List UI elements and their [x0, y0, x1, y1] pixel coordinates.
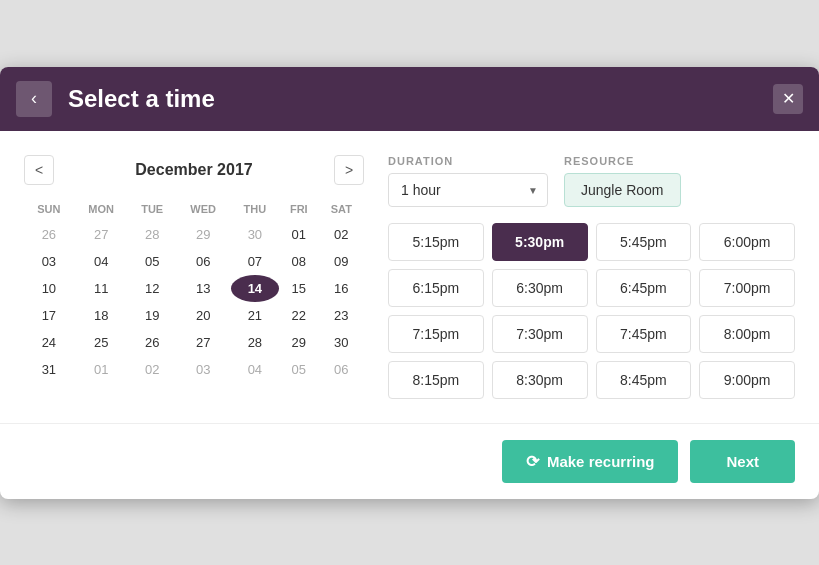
time-slot[interactable]: 6:30pm — [492, 269, 588, 307]
time-slot[interactable]: 5:45pm — [596, 223, 692, 261]
calendar-day-header: FRI — [279, 197, 319, 221]
calendar-day[interactable]: 05 — [279, 356, 319, 383]
calendar-day[interactable]: 12 — [129, 275, 176, 302]
time-slot[interactable]: 7:15pm — [388, 315, 484, 353]
calendar-day[interactable]: 22 — [279, 302, 319, 329]
resource-badge: Jungle Room — [564, 173, 681, 207]
time-slot[interactable]: 6:00pm — [699, 223, 795, 261]
duration-label: DURATION — [388, 155, 548, 167]
calendar-day[interactable]: 03 — [24, 248, 74, 275]
time-slot[interactable]: 6:15pm — [388, 269, 484, 307]
time-slot[interactable]: 9:00pm — [699, 361, 795, 399]
calendar-day[interactable]: 17 — [24, 302, 74, 329]
calendar-day[interactable]: 08 — [279, 248, 319, 275]
calendar-grid: SUNMONTUEWEDTHUFRISAT 262728293001020304… — [24, 197, 364, 383]
calendar-day[interactable]: 06 — [319, 356, 364, 383]
calendar-day-header: SUN — [24, 197, 74, 221]
calendar-day[interactable]: 26 — [129, 329, 176, 356]
recurring-label: Make recurring — [547, 453, 655, 470]
calendar-day[interactable]: 28 — [129, 221, 176, 248]
calendar-day[interactable]: 15 — [279, 275, 319, 302]
duration-select-wrapper: 30 minutes1 hour1.5 hours2 hours — [388, 173, 548, 207]
calendar-nav: < December 2017 > — [24, 155, 364, 185]
calendar-day[interactable]: 30 — [319, 329, 364, 356]
calendar-day[interactable]: 14 — [231, 275, 279, 302]
calendar-day[interactable]: 10 — [24, 275, 74, 302]
next-month-button[interactable]: > — [334, 155, 364, 185]
time-slot[interactable]: 5:30pm — [492, 223, 588, 261]
back-icon: ‹ — [31, 88, 37, 109]
calendar-day-header: WED — [176, 197, 231, 221]
calendar-day[interactable]: 07 — [231, 248, 279, 275]
resource-label: RESOURCE — [564, 155, 681, 167]
modal-body: < December 2017 > SUNMONTUEWEDTHUFRISAT … — [0, 131, 819, 423]
calendar-day[interactable]: 18 — [74, 302, 129, 329]
close-button[interactable]: ✕ — [773, 84, 803, 114]
calendar-day[interactable]: 11 — [74, 275, 129, 302]
close-icon: ✕ — [782, 89, 795, 108]
calendar-day[interactable]: 30 — [231, 221, 279, 248]
recurring-icon: ⟳ — [526, 452, 539, 471]
calendar-day[interactable]: 26 — [24, 221, 74, 248]
time-section: DURATION 30 minutes1 hour1.5 hours2 hour… — [388, 155, 795, 399]
next-button[interactable]: Next — [690, 440, 795, 483]
back-button[interactable]: ‹ — [16, 81, 52, 117]
calendar-day[interactable]: 04 — [74, 248, 129, 275]
calendar-day[interactable]: 29 — [279, 329, 319, 356]
time-slot[interactable]: 8:00pm — [699, 315, 795, 353]
resource-group: RESOURCE Jungle Room — [564, 155, 681, 207]
page-title: Select a time — [68, 85, 215, 113]
prev-month-button[interactable]: < — [24, 155, 54, 185]
calendar-day[interactable]: 13 — [176, 275, 231, 302]
time-slot[interactable]: 8:30pm — [492, 361, 588, 399]
calendar-day-header: SAT — [319, 197, 364, 221]
calendar-day[interactable]: 24 — [24, 329, 74, 356]
calendar-day[interactable]: 19 — [129, 302, 176, 329]
calendar-section: < December 2017 > SUNMONTUEWEDTHUFRISAT … — [24, 155, 364, 399]
time-slot[interactable]: 8:15pm — [388, 361, 484, 399]
calendar-day[interactable]: 01 — [74, 356, 129, 383]
calendar-day[interactable]: 06 — [176, 248, 231, 275]
duration-resource-row: DURATION 30 minutes1 hour1.5 hours2 hour… — [388, 155, 795, 207]
make-recurring-button[interactable]: ⟳ Make recurring — [502, 440, 679, 483]
calendar-day[interactable]: 28 — [231, 329, 279, 356]
time-grid: 5:15pm5:30pm5:45pm6:00pm6:15pm6:30pm6:45… — [388, 223, 795, 399]
calendar-day[interactable]: 21 — [231, 302, 279, 329]
duration-group: DURATION 30 minutes1 hour1.5 hours2 hour… — [388, 155, 548, 207]
calendar-day-header: THU — [231, 197, 279, 221]
time-slot[interactable]: 7:00pm — [699, 269, 795, 307]
calendar-day[interactable]: 02 — [319, 221, 364, 248]
time-slot[interactable]: 7:30pm — [492, 315, 588, 353]
time-slot[interactable]: 6:45pm — [596, 269, 692, 307]
calendar-day[interactable]: 09 — [319, 248, 364, 275]
calendar-day[interactable]: 03 — [176, 356, 231, 383]
calendar-day[interactable]: 23 — [319, 302, 364, 329]
calendar-day[interactable]: 04 — [231, 356, 279, 383]
calendar-day-header: TUE — [129, 197, 176, 221]
calendar-day[interactable]: 31 — [24, 356, 74, 383]
calendar-day[interactable]: 02 — [129, 356, 176, 383]
calendar-day[interactable]: 29 — [176, 221, 231, 248]
calendar-day[interactable]: 16 — [319, 275, 364, 302]
prev-month-icon: < — [35, 162, 43, 178]
time-slot[interactable]: 8:45pm — [596, 361, 692, 399]
time-slot[interactable]: 5:15pm — [388, 223, 484, 261]
calendar-day[interactable]: 05 — [129, 248, 176, 275]
calendar-month-label: December 2017 — [135, 161, 252, 179]
modal-footer: ⟳ Make recurring Next — [0, 423, 819, 499]
calendar-day[interactable]: 25 — [74, 329, 129, 356]
modal-header: ‹ Select a time ✕ — [0, 67, 819, 131]
calendar-day[interactable]: 20 — [176, 302, 231, 329]
modal: ‹ Select a time ✕ < December 2017 > SUNM… — [0, 67, 819, 499]
calendar-day[interactable]: 01 — [279, 221, 319, 248]
time-slot[interactable]: 7:45pm — [596, 315, 692, 353]
duration-select[interactable]: 30 minutes1 hour1.5 hours2 hours — [388, 173, 548, 207]
calendar-day-header: MON — [74, 197, 129, 221]
calendar-day[interactable]: 27 — [176, 329, 231, 356]
calendar-day[interactable]: 27 — [74, 221, 129, 248]
next-month-icon: > — [345, 162, 353, 178]
